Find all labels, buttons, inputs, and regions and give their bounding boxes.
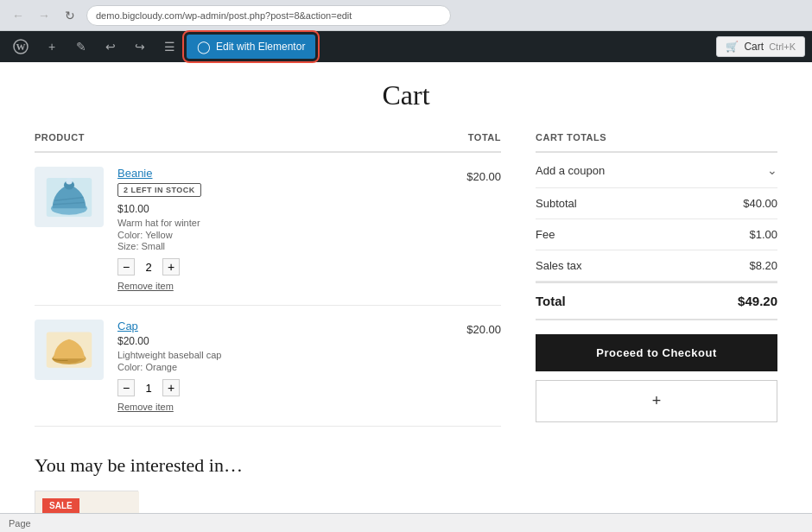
cap-color-label: Color: (117, 362, 143, 372)
undo-button[interactable]: ↩ (98, 35, 123, 59)
cap-remove[interactable]: Remove item (117, 402, 453, 412)
cart-icon: 🛒 (726, 41, 739, 53)
footer-page-label: Page (9, 518, 31, 529)
forward-button[interactable]: → (35, 6, 54, 25)
cap-details: Cap $20.00 Lightweight baseball cap Colo… (117, 320, 453, 412)
fee-row: Fee $1.00 (536, 219, 777, 250)
plus-button[interactable]: + (40, 35, 64, 59)
beanie-stock-badge: 2 LEFT IN STOCK (117, 183, 201, 197)
tax-label: Sales tax (536, 259, 581, 272)
coupon-row[interactable]: Add a coupon ⌄ (536, 153, 777, 188)
beanie-desc: Warm hat for winter (117, 218, 453, 228)
refresh-button[interactable]: ↻ (60, 6, 79, 25)
beanie-image (35, 167, 104, 227)
cap-total: $20.00 (466, 320, 501, 336)
edit-button[interactable]: ✎ (69, 35, 93, 59)
cart-shortcut[interactable]: 🛒 Cart Ctrl+K (716, 36, 805, 57)
cap-color: Color: Orange (117, 362, 453, 372)
color-value: Yellow (145, 230, 172, 240)
svg-text:W: W (16, 41, 26, 52)
cart-layout: PRODUCT TOTAL (35, 132, 777, 513)
subtotal-value: $40.00 (743, 197, 777, 210)
beanie-name[interactable]: Beanie (117, 167, 453, 180)
beanie-price: $10.00 (117, 203, 453, 215)
wp-admin-bar: W + ✎ ↩ ↪ ☰ ◯ Edit with Elementor 🛒 Cart… (0, 31, 812, 62)
cap-desc: Lightweight baseball cap (117, 350, 453, 360)
beanie-size: Size: Small (117, 241, 453, 251)
add-coupon-button[interactable]: + (536, 380, 777, 422)
beanie-qty-value: 2 (140, 261, 157, 274)
suggested-product-1[interactable]: SALE (35, 491, 138, 513)
sale-badge-1: SALE (42, 498, 79, 513)
subtotal-label: Subtotal (536, 197, 577, 210)
coupon-label: Add a coupon (536, 164, 605, 177)
fee-label: Fee (536, 228, 555, 241)
product-col-header: PRODUCT (35, 132, 85, 142)
you-may-section: You may be interested in… SALE (35, 454, 501, 513)
beanie-color: Color: Yellow (117, 230, 453, 240)
cap-qty-decrease[interactable]: − (117, 379, 135, 396)
add-coupon-icon: + (652, 392, 662, 410)
beanie-remove[interactable]: Remove item (117, 281, 453, 291)
beanie-total: $20.00 (466, 167, 501, 183)
cart-item-beanie: Beanie 2 LEFT IN STOCK $10.00 Warm hat f… (35, 153, 501, 306)
footer-bar: Page (0, 513, 812, 532)
cart-totals-title: CART TOTALS (536, 132, 777, 153)
cart-item-cap: Cap $20.00 Lightweight baseball cap Colo… (35, 306, 501, 427)
cart-shortcut-label: Cart (744, 41, 764, 53)
edit-with-elementor-button[interactable]: ◯ Edit with Elementor (187, 35, 315, 59)
cap-color-value: Orange (145, 362, 177, 372)
back-button[interactable]: ← (9, 6, 28, 25)
page-title: Cart (35, 79, 777, 111)
subtotal-row: Subtotal $40.00 (536, 188, 777, 219)
url-text: demo.bigcloudy.com/wp-admin/post.php?pos… (96, 10, 352, 21)
fee-value: $1.00 (749, 228, 777, 241)
cart-shortcut-key: Ctrl+K (769, 41, 796, 52)
elementor-btn-label: Edit with Elementor (216, 41, 305, 53)
cap-qty-increase[interactable]: + (162, 379, 180, 396)
page-content: Cart PRODUCT TOTAL (0, 62, 812, 513)
cap-qty-value: 1 (140, 382, 157, 395)
elementor-icon: ◯ (197, 40, 211, 54)
menu-button[interactable]: ☰ (157, 35, 181, 59)
redo-button[interactable]: ↪ (128, 35, 152, 59)
total-col-header: TOTAL (468, 132, 501, 142)
table-header: PRODUCT TOTAL (35, 132, 501, 153)
cart-totals-sidebar: CART TOTALS Add a coupon ⌄ Subtotal $40.… (536, 132, 777, 422)
total-label: Total (536, 294, 566, 308)
cap-qty-control: − 1 + (117, 379, 453, 396)
you-may-title: You may be interested in… (35, 454, 501, 477)
cart-table: PRODUCT TOTAL (35, 132, 501, 513)
cap-name[interactable]: Cap (117, 320, 453, 332)
size-value: Small (142, 241, 166, 251)
beanie-qty-decrease[interactable]: − (117, 258, 135, 276)
beanie-details: Beanie 2 LEFT IN STOCK $10.00 Warm hat f… (117, 167, 453, 291)
address-bar[interactable]: demo.bigcloudy.com/wp-admin/post.php?pos… (86, 5, 451, 26)
cap-price: $20.00 (117, 335, 453, 347)
beanie-qty-control: − 2 + (117, 258, 453, 276)
beanie-qty-increase[interactable]: + (162, 258, 180, 276)
tax-value: $8.20 (749, 259, 777, 272)
tax-row: Sales tax $8.20 (536, 250, 777, 282)
checkout-button[interactable]: Proceed to Checkout (536, 334, 777, 371)
wp-logo: W (7, 33, 35, 60)
coupon-arrow-icon: ⌄ (767, 163, 777, 177)
total-value: $49.20 (738, 294, 777, 308)
total-row: Total $49.20 (536, 282, 777, 320)
size-label: Size: (117, 241, 138, 251)
svg-point-5 (66, 178, 73, 185)
cap-image (35, 320, 104, 380)
color-label: Color: (117, 230, 143, 240)
browser-bar: ← → ↻ demo.bigcloudy.com/wp-admin/post.p… (0, 0, 812, 31)
